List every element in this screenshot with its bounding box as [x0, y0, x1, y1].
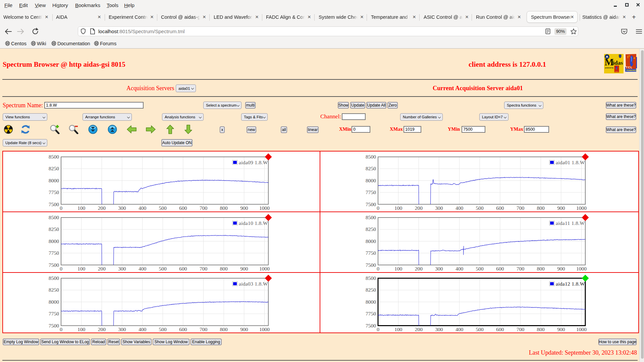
- svg-text:8000: 8000: [49, 178, 59, 183]
- svg-text:0: 0: [377, 266, 379, 272]
- svg-text:600: 600: [496, 205, 504, 211]
- svg-text:8500: 8500: [49, 215, 59, 220]
- svg-text:600: 600: [179, 266, 187, 272]
- svg-text:600: 600: [179, 326, 187, 332]
- svg-text:0: 0: [377, 326, 379, 332]
- svg-text:1000: 1000: [576, 205, 587, 211]
- svg-text:500: 500: [476, 205, 484, 211]
- svg-text:7500: 7500: [49, 323, 59, 328]
- svg-text:8250: 8250: [366, 226, 376, 232]
- svg-text:700: 700: [200, 205, 208, 211]
- svg-text:300: 300: [118, 205, 126, 211]
- svg-text:0: 0: [60, 266, 62, 272]
- svg-text:900: 900: [240, 205, 248, 211]
- svg-text:1000: 1000: [259, 326, 270, 332]
- svg-text:300: 300: [118, 266, 126, 272]
- svg-text:7750: 7750: [49, 189, 59, 195]
- svg-text:8000: 8000: [366, 238, 376, 244]
- svg-text:100: 100: [77, 205, 86, 211]
- svg-text:7500: 7500: [366, 201, 376, 207]
- svg-text:LINUX: LINUX: [615, 71, 619, 72]
- svg-text:100: 100: [394, 266, 402, 272]
- svg-text:800: 800: [537, 326, 545, 332]
- svg-text:300: 300: [435, 326, 443, 332]
- svg-text:powered by: powered by: [605, 67, 614, 69]
- svg-text:200: 200: [98, 205, 106, 211]
- svg-text:900: 900: [557, 266, 565, 272]
- svg-text:500: 500: [159, 266, 167, 272]
- svg-text:8500: 8500: [366, 215, 376, 220]
- svg-text:7750: 7750: [366, 250, 376, 256]
- svg-text:400: 400: [139, 326, 147, 332]
- svg-text:1000: 1000: [259, 266, 270, 272]
- svg-text:1000: 1000: [259, 205, 270, 211]
- svg-text:800: 800: [537, 205, 545, 211]
- svg-text:7500: 7500: [366, 323, 376, 328]
- svg-text:8500: 8500: [366, 154, 376, 160]
- svg-text:400: 400: [139, 205, 147, 211]
- svg-text:aida03 1.8.W: aida03 1.8.W: [239, 281, 268, 287]
- svg-text:8500: 8500: [49, 275, 59, 281]
- svg-text:600: 600: [179, 205, 187, 211]
- svg-text:600: 600: [496, 326, 504, 332]
- svg-text:700: 700: [517, 266, 525, 272]
- svg-text:7750: 7750: [49, 311, 59, 316]
- svg-text:8250: 8250: [366, 166, 376, 171]
- svg-text:900: 900: [240, 326, 248, 332]
- svg-text:8000: 8000: [49, 299, 59, 305]
- svg-text:0: 0: [60, 205, 62, 211]
- svg-text:200: 200: [415, 266, 423, 272]
- svg-text:800: 800: [220, 205, 228, 211]
- svg-text:7750: 7750: [49, 250, 59, 256]
- svg-text:idas: idas: [613, 59, 623, 66]
- svg-text:aida10 1.8.W: aida10 1.8.W: [239, 220, 268, 226]
- svg-text:100: 100: [77, 326, 86, 332]
- svg-text:700: 700: [517, 326, 525, 332]
- svg-text:300: 300: [435, 266, 443, 272]
- svg-text:M: M: [605, 57, 614, 67]
- svg-text:TCL: TCL: [626, 66, 633, 69]
- svg-text:100: 100: [394, 205, 402, 211]
- svg-text:700: 700: [200, 326, 208, 332]
- svg-text:aida01 1.8.W: aida01 1.8.W: [556, 160, 585, 165]
- svg-text:7500: 7500: [49, 262, 59, 268]
- svg-text:500: 500: [476, 266, 484, 272]
- svg-text:7750: 7750: [366, 189, 376, 195]
- svg-text:700: 700: [200, 266, 208, 272]
- svg-text:1000: 1000: [576, 266, 587, 272]
- svg-text:8500: 8500: [366, 275, 376, 281]
- svg-text:400: 400: [455, 266, 464, 272]
- svg-text:600: 600: [496, 266, 504, 272]
- svg-text:7750: 7750: [366, 311, 376, 316]
- svg-text:500: 500: [159, 326, 167, 332]
- svg-text:7500: 7500: [366, 262, 376, 268]
- svg-text:8250: 8250: [366, 287, 376, 293]
- svg-text:8000: 8000: [49, 238, 59, 244]
- svg-text:900: 900: [240, 266, 248, 272]
- svg-text:0: 0: [377, 205, 379, 211]
- svg-text:400: 400: [455, 326, 464, 332]
- svg-text:aida09 1.8.W: aida09 1.8.W: [239, 160, 268, 165]
- svg-text:800: 800: [537, 266, 545, 272]
- svg-text:1000: 1000: [576, 326, 587, 332]
- svg-text:300: 300: [435, 205, 443, 211]
- svg-text:aida11 1.8.W: aida11 1.8.W: [556, 220, 585, 226]
- svg-text:400: 400: [455, 205, 464, 211]
- svg-text:500: 500: [476, 326, 484, 332]
- svg-text:800: 800: [220, 266, 228, 272]
- svg-text:800: 800: [220, 326, 228, 332]
- svg-text:700: 700: [517, 205, 525, 211]
- svg-text:900: 900: [557, 205, 565, 211]
- svg-text:100: 100: [394, 326, 402, 332]
- svg-text:200: 200: [98, 326, 106, 332]
- svg-text:8250: 8250: [49, 166, 59, 171]
- svg-text:8500: 8500: [49, 154, 59, 160]
- svg-text:300: 300: [118, 326, 126, 332]
- svg-text:8250: 8250: [49, 287, 59, 293]
- svg-text:900: 900: [557, 326, 565, 332]
- svg-text:200: 200: [415, 205, 423, 211]
- svg-text:100: 100: [77, 266, 86, 272]
- svg-text:POWERED: POWERED: [626, 69, 637, 71]
- svg-text:200: 200: [415, 326, 423, 332]
- svg-text:8000: 8000: [366, 299, 376, 305]
